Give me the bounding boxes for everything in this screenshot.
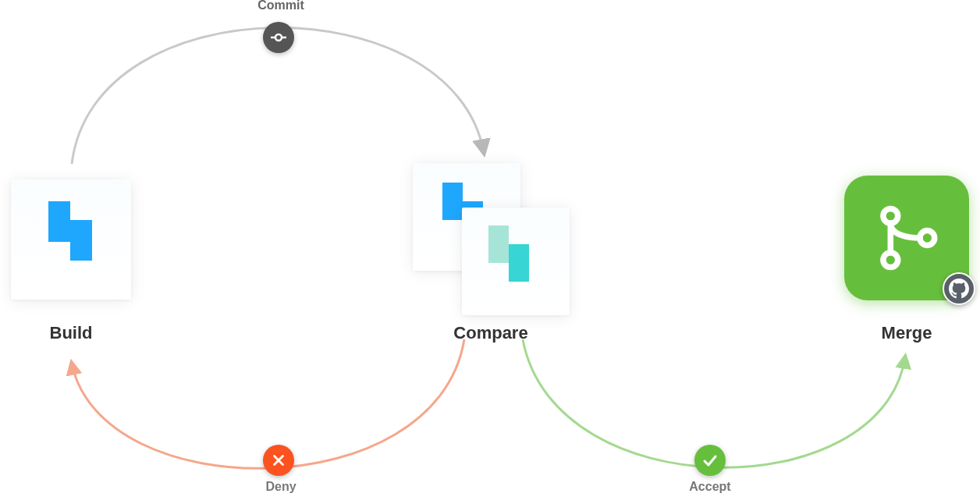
compare-label: Compare <box>413 323 569 343</box>
build-label: Build <box>11 323 131 343</box>
commit-icon <box>269 28 288 47</box>
git-merge-icon <box>870 201 943 275</box>
build-block-icon <box>70 220 92 261</box>
accept-badge <box>694 445 726 476</box>
check-icon <box>701 451 719 470</box>
compare-block-teal-icon <box>488 225 509 263</box>
compare-block-blue-icon <box>442 183 463 220</box>
workflow-diagram: Build Compare Merge Commit Deny Accept <box>0 0 980 504</box>
deny-badge <box>263 445 294 476</box>
close-icon <box>270 452 287 469</box>
commit-badge <box>263 22 294 53</box>
compare-block-teal-icon <box>509 244 529 282</box>
accept-label: Accept <box>663 480 757 494</box>
deny-label: Deny <box>234 480 328 494</box>
build-block-icon <box>48 201 70 242</box>
github-icon <box>949 279 969 299</box>
merge-label: Merge <box>844 323 969 343</box>
commit-label: Commit <box>234 0 328 12</box>
github-badge <box>943 272 975 305</box>
svg-point-3 <box>275 34 282 41</box>
